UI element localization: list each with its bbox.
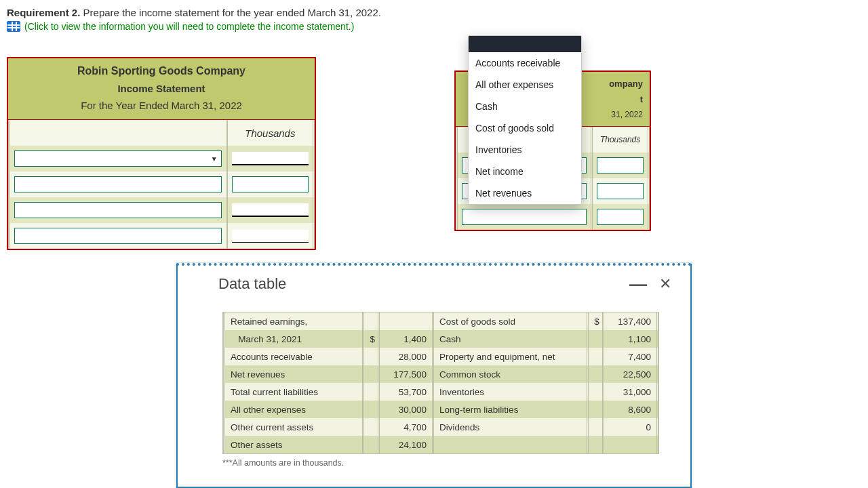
amount-input-dup-1[interactable] [597, 157, 644, 174]
table-row: Other current assets4,700Dividends0 [224, 418, 658, 436]
dropdown-selected-blank[interactable] [469, 36, 581, 52]
dropdown-option[interactable]: Net income [469, 161, 581, 182]
dropdown-option[interactable]: Cost of goods sold [469, 117, 581, 139]
amount-input-3[interactable] [232, 203, 309, 216]
amount-input-1[interactable] [232, 152, 309, 164]
data-table-footnote: ***All amounts are in thousands. [222, 458, 690, 468]
dropdown-option[interactable]: Accounts receivable [469, 52, 581, 74]
close-icon[interactable]: ✕ [659, 275, 671, 293]
amount-input-2[interactable] [232, 176, 309, 192]
column-header: Thousands [226, 120, 313, 146]
table-row: Total current liabilities53,700Inventori… [224, 383, 658, 401]
table-row: Retained earnings,Cost of goods sold$137… [224, 312, 658, 330]
statement-period: For the Year Ended March 31, 2022 [12, 100, 311, 111]
dropdown-option[interactable]: All other expenses [469, 74, 581, 96]
line-item-select-1[interactable] [14, 150, 222, 167]
data-table-dialog: Data table — ✕ Retained earnings,Cost of… [176, 263, 692, 488]
requirement-text: Prepare the income statement for the yea… [83, 7, 381, 18]
income-statement-panel: Robin Sporting Goods Company Income Stat… [7, 57, 316, 250]
requirement-label: Requirement 2. [7, 7, 80, 18]
line-item-input-2[interactable] [14, 176, 222, 192]
dropdown-option[interactable]: Inventories [469, 139, 581, 161]
account-dropdown-menu: Accounts receivableAll other expensesCas… [468, 35, 582, 205]
statement-title: Income Statement [12, 83, 311, 94]
amount-input-dup-2[interactable] [597, 183, 644, 199]
amount-input-4[interactable] [232, 230, 309, 241]
table-row: Accounts receivable28,000Property and eq… [224, 348, 658, 365]
table-row: March 31, 2021$1,400Cash1,100 [224, 330, 658, 348]
table-row: All other expenses30,000Long-term liabil… [224, 401, 658, 418]
table-icon[interactable] [7, 21, 20, 32]
requirement-heading: Requirement 2. Prepare the income statem… [7, 7, 861, 18]
view-info-link[interactable]: (Click to view the information you will … [24, 21, 354, 32]
line-item-input-3[interactable] [14, 202, 222, 218]
company-name: Robin Sporting Goods Company [12, 65, 311, 77]
minimize-icon[interactable]: — [629, 281, 647, 287]
dropdown-option[interactable]: Cash [469, 96, 581, 117]
table-row: Net revenues177,500Common stock22,500 [224, 365, 658, 383]
dropdown-option[interactable]: Net revenues [469, 182, 581, 204]
line-item-input-4[interactable] [14, 228, 222, 244]
column-header-dup: Thousands [592, 127, 649, 152]
data-table: Retained earnings,Cost of goods sold$137… [223, 312, 658, 453]
data-table-title: Data table [218, 275, 286, 293]
line-item-input-dup-3[interactable] [462, 209, 587, 225]
table-row: Other assets24,100 [224, 436, 658, 453]
amount-input-dup-3[interactable] [597, 209, 644, 225]
